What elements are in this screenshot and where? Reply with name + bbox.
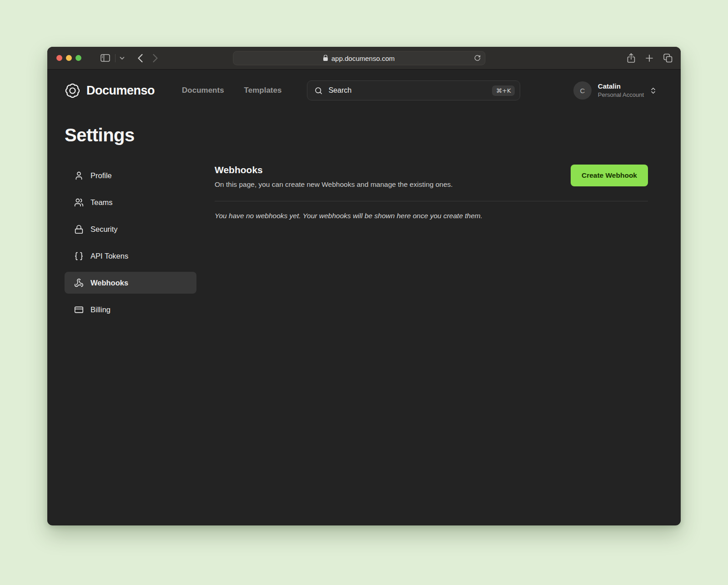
traffic-lights: [56, 55, 81, 61]
documenso-logo-icon: [65, 83, 80, 99]
account-text: Catalin Personal Account: [598, 82, 644, 99]
browser-window: app.documenso.com: [47, 47, 681, 525]
sidebar-item-teams[interactable]: Teams: [65, 191, 196, 213]
webhooks-header-text: Webhooks On this page, you can create ne…: [215, 165, 453, 189]
settings-nav: Profile Teams Security: [65, 165, 196, 325]
account-type: Personal Account: [598, 91, 644, 99]
app-header: Documenso Documents Templates Search ⌘+K…: [47, 70, 681, 100]
share-icon[interactable]: [627, 53, 635, 63]
search-input[interactable]: Search ⌘+K: [307, 80, 520, 100]
minimize-window-button[interactable]: [66, 55, 72, 61]
sidebar-item-webhooks[interactable]: Webhooks: [65, 272, 196, 294]
user-icon: [74, 171, 84, 180]
search-shortcut-badge: ⌘+K: [492, 85, 515, 96]
sidebar-toggle-icon[interactable]: [100, 54, 110, 62]
toolbar-right-icons: [627, 47, 673, 70]
avatar: C: [573, 81, 592, 100]
webhooks-header: Webhooks On this page, you can create ne…: [215, 165, 648, 189]
sidebar-menu-chevron-icon[interactable]: [120, 56, 125, 60]
sidebar-item-label: API Tokens: [90, 252, 128, 260]
sidebar-item-api-tokens[interactable]: API Tokens: [65, 245, 196, 267]
account-name: Catalin: [598, 82, 644, 91]
nav-documents[interactable]: Documents: [182, 86, 224, 95]
close-window-button[interactable]: [56, 55, 62, 61]
sidebar-item-label: Profile: [90, 171, 112, 180]
panel-description: On this page, you can create new Webhook…: [215, 180, 453, 189]
account-menu[interactable]: C Catalin Personal Account: [573, 81, 657, 100]
sidebar-item-label: Billing: [90, 305, 110, 314]
search-icon: [314, 86, 323, 95]
tab-overview-icon[interactable]: [663, 54, 673, 63]
page-title: Settings: [65, 125, 681, 145]
panel-title: Webhooks: [215, 165, 453, 175]
sidebar-item-label: Security: [90, 225, 118, 234]
webhooks-panel: Webhooks On this page, you can create ne…: [215, 165, 648, 220]
settings-content: Profile Teams Security: [47, 145, 681, 325]
documenso-app: Documenso Documents Templates Search ⌘+K…: [47, 70, 681, 525]
top-nav: Documents Templates: [182, 86, 281, 95]
address-bar[interactable]: app.documenso.com: [233, 51, 485, 65]
browser-toolbar: app.documenso.com: [47, 47, 681, 70]
reload-icon[interactable]: [474, 55, 481, 62]
sidebar-item-security[interactable]: Security: [65, 218, 196, 240]
brand-name: Documenso: [86, 84, 155, 98]
search-placeholder: Search: [328, 86, 351, 95]
create-webhook-button[interactable]: Create Webhook: [571, 165, 648, 186]
toolbar-divider: [115, 54, 115, 62]
users-icon: [74, 198, 84, 207]
zoom-window-button[interactable]: [75, 55, 81, 61]
braces-icon: [74, 251, 84, 261]
sidebar-item-profile[interactable]: Profile: [65, 165, 196, 186]
forward-button[interactable]: [153, 54, 158, 63]
back-button[interactable]: [137, 54, 143, 63]
empty-state-text: You have no webhooks yet. Your webhooks …: [215, 212, 648, 220]
webhook-icon: [74, 278, 84, 288]
credit-card-icon: [74, 305, 84, 315]
brand[interactable]: Documenso: [65, 83, 155, 99]
lock-icon: [323, 55, 328, 61]
nav-templates[interactable]: Templates: [244, 86, 282, 95]
sidebar-item-billing[interactable]: Billing: [65, 299, 196, 320]
chevrons-up-down-icon: [649, 87, 657, 95]
address-text: app.documenso.com: [331, 54, 395, 62]
divider: [215, 201, 648, 201]
sidebar-item-label: Webhooks: [90, 279, 128, 287]
new-tab-icon[interactable]: [645, 54, 653, 62]
lock-icon: [74, 225, 84, 234]
sidebar-item-label: Teams: [90, 198, 113, 207]
